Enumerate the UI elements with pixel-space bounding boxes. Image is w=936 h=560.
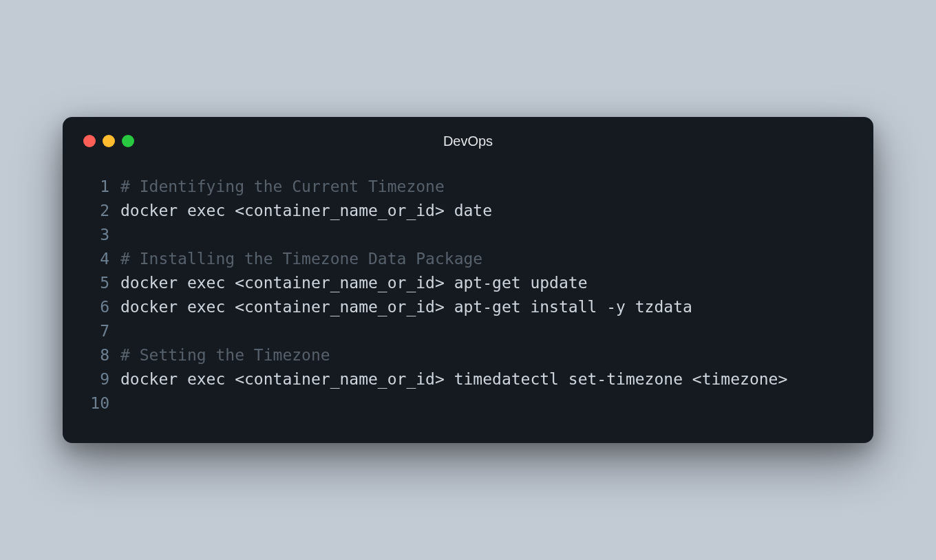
line-number: 1 [82,175,120,199]
code-line[interactable]: 8# Setting the Timezone [82,343,854,367]
code-line[interactable]: 2docker exec <container_name_or_id> date [82,199,854,223]
window-title: DevOps [82,133,854,149]
line-number: 4 [82,247,120,271]
traffic-lights [83,135,134,147]
code-line[interactable]: 1# Identifying the Current Timezone [82,175,854,199]
line-number: 8 [82,343,120,367]
line-number: 6 [82,295,120,319]
code-comment[interactable]: # Installing the Timezone Data Package [120,247,854,271]
line-number: 9 [82,367,120,391]
code-command[interactable]: docker exec <container_name_or_id> apt-g… [120,295,854,319]
code-line[interactable]: 10 [82,391,854,416]
code-line[interactable]: 6docker exec <container_name_or_id> apt-… [82,295,854,319]
line-number: 10 [82,391,120,416]
code-line[interactable]: 3 [82,223,854,247]
line-number: 7 [82,319,120,343]
titlebar: DevOps [82,133,854,149]
code-line[interactable]: 4# Installing the Timezone Data Package [82,247,854,271]
minimize-icon[interactable] [103,135,115,147]
terminal-window: DevOps 1# Identifying the Current Timezo… [63,117,873,443]
code-line[interactable]: 9docker exec <container_name_or_id> time… [82,367,854,391]
code-comment[interactable]: # Setting the Timezone [120,343,854,367]
line-number: 3 [82,223,120,247]
code-line[interactable]: 7 [82,319,854,343]
close-icon[interactable] [83,135,96,147]
code-editor[interactable]: 1# Identifying the Current Timezone2dock… [82,175,854,416]
code-command[interactable]: docker exec <container_name_or_id> apt-g… [120,271,854,295]
code-command[interactable]: docker exec <container_name_or_id> timed… [120,367,854,391]
maximize-icon[interactable] [122,135,134,147]
line-number: 5 [82,271,120,295]
code-command[interactable]: docker exec <container_name_or_id> date [120,199,854,223]
code-comment[interactable]: # Identifying the Current Timezone [120,175,854,199]
code-line[interactable]: 5docker exec <container_name_or_id> apt-… [82,271,854,295]
line-number: 2 [82,199,120,223]
